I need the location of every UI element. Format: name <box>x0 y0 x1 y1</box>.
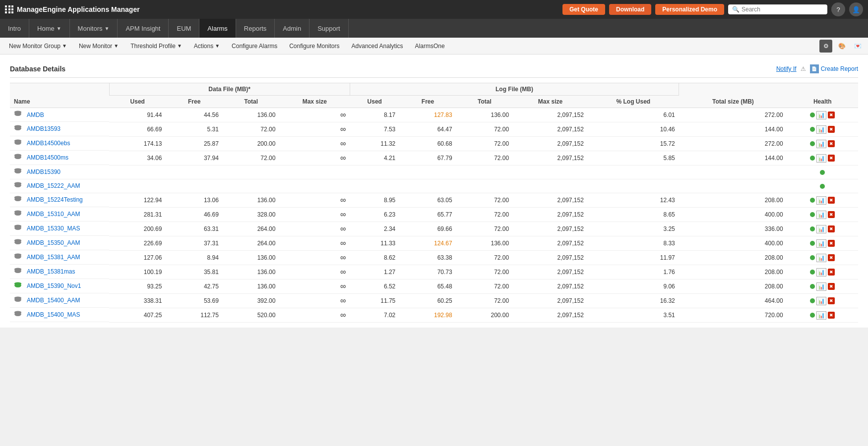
df-max: ∞ <box>279 236 350 251</box>
chart-icon[interactable]: 📊 <box>816 211 826 219</box>
lf-pct: 10.46 <box>588 122 679 137</box>
sub-nav-new-monitor-group[interactable]: New Monitor Group ▼ <box>4 41 72 52</box>
search-input[interactable] <box>742 6 823 13</box>
delete-icon[interactable]: ✖ <box>828 240 835 247</box>
df-free: 44.56 <box>166 108 222 122</box>
chart-icon[interactable]: 📊 <box>816 297 826 305</box>
nav-item-home[interactable]: Home ▼ <box>29 19 70 38</box>
download-button[interactable]: Download <box>609 4 651 15</box>
delete-icon[interactable]: ✖ <box>828 225 835 232</box>
nav-item-intro[interactable]: Intro <box>0 19 29 38</box>
delete-icon[interactable]: ✖ <box>828 269 835 276</box>
delete-icon[interactable]: ✖ <box>828 297 835 304</box>
lf-free: 63.38 <box>399 251 456 265</box>
db-name[interactable]: AMDB_15222_AAM <box>27 182 80 189</box>
delete-icon[interactable]: ✖ <box>828 112 835 118</box>
db-icon <box>14 111 22 119</box>
chart-icon[interactable]: 📊 <box>816 311 826 320</box>
db-name[interactable]: AMDB_15381_AAM <box>27 254 80 261</box>
delete-icon[interactable]: ✖ <box>828 211 835 218</box>
top-bar: ManageEngine Applications Manager Get Qu… <box>0 0 868 19</box>
top-bar-left: ManageEngine Applications Manager <box>5 5 140 13</box>
db-name[interactable]: AMDB_15224Testing <box>27 196 83 203</box>
create-report-button[interactable]: 📄 Create Report <box>810 64 858 73</box>
sub-nav-configure-alarms[interactable]: Configure Alarms <box>227 41 282 52</box>
db-name[interactable]: AMDB_15330_MAS <box>27 225 80 232</box>
df-used: 174.13 <box>109 137 166 151</box>
db-name[interactable]: AMDB_15400_MAS <box>27 311 80 318</box>
nav-item-apm-insight[interactable]: APM Insight <box>118 19 169 38</box>
delete-icon[interactable]: ✖ <box>828 155 835 162</box>
chart-icon[interactable]: 📊 <box>816 239 826 248</box>
chart-icon[interactable]: 📊 <box>816 282 826 291</box>
nav-item-alarms[interactable]: Alarms <box>199 19 236 38</box>
sub-nav-new-monitor[interactable]: New Monitor ▼ <box>74 41 124 52</box>
chart-icon[interactable]: 📊 <box>816 140 826 148</box>
db-name[interactable]: AMDB15390 <box>27 168 61 175</box>
sub-nav-threshold-profile[interactable]: Threshold Profile ▼ <box>125 41 187 52</box>
app-logo-text: ManageEngine Applications Manager <box>17 5 140 13</box>
nav-item-admin[interactable]: Admin <box>275 19 310 38</box>
db-name[interactable]: AMDB14500ms <box>27 154 68 161</box>
delete-icon[interactable]: ✖ <box>828 126 835 133</box>
lf-pct: 3.25 <box>588 222 679 236</box>
df-max: ∞ <box>279 208 350 222</box>
delete-icon[interactable]: ✖ <box>828 254 835 261</box>
delete-icon[interactable]: ✖ <box>828 140 835 147</box>
df-total <box>223 179 279 193</box>
df-total: 264.00 <box>223 236 279 251</box>
db-name[interactable]: AMDB14500ebs <box>27 140 70 147</box>
health-green-dot <box>810 255 815 260</box>
lf-max: 2,097,152 <box>513 251 588 265</box>
settings-gear-icon[interactable]: ⚙ <box>819 40 832 53</box>
lf-max: 2,097,152 <box>513 122 588 137</box>
help-icon[interactable]: ? <box>831 2 845 16</box>
notify-if-link[interactable]: Notify If <box>776 65 797 72</box>
sub-nav-configure-monitors[interactable]: Configure Monitors <box>284 41 344 52</box>
lf-total: 72.00 <box>456 265 513 279</box>
df-max-header: Max size <box>279 96 350 108</box>
delete-icon[interactable]: ✖ <box>828 283 835 290</box>
get-quote-button[interactable]: Get Quote <box>562 4 605 15</box>
personalized-demo-button[interactable]: Personalized Demo <box>655 4 724 15</box>
sub-nav-actions[interactable]: Actions ▼ <box>189 41 225 52</box>
db-name[interactable]: AMDB_15390_Nov1 <box>27 282 81 289</box>
notify-if-icon[interactable]: ⚠ <box>801 65 806 72</box>
chevron-down-icon: ▼ <box>62 43 67 49</box>
mail-icon[interactable]: 💌 <box>851 40 864 53</box>
df-total: 200.00 <box>223 137 279 151</box>
lf-total: 72.00 <box>456 151 513 166</box>
db-name[interactable]: AMDB_15310_AAM <box>27 211 80 218</box>
nav-item-eum[interactable]: EUM <box>169 19 199 38</box>
chevron-down-icon: ▼ <box>114 43 119 49</box>
sub-nav: New Monitor Group ▼ New Monitor ▼ Thresh… <box>0 38 868 55</box>
db-name[interactable]: AMDB_15400_AAM <box>27 297 80 304</box>
db-name[interactable]: AMDB <box>27 112 44 118</box>
user-icon[interactable]: 👤 <box>849 2 863 16</box>
nav-item-reports[interactable]: Reports <box>236 19 275 38</box>
paint-icon[interactable]: 🎨 <box>835 40 848 53</box>
df-free: 35.81 <box>166 265 222 279</box>
db-name[interactable]: AMDB13593 <box>27 125 61 132</box>
sub-nav-advanced-analytics[interactable]: Advanced Analytics <box>347 41 408 52</box>
chart-icon[interactable]: 📊 <box>816 154 826 163</box>
nav-item-support[interactable]: Support <box>310 19 349 38</box>
delete-icon[interactable]: ✖ <box>828 312 835 319</box>
chart-icon[interactable]: 📊 <box>816 125 826 134</box>
lf-total: 72.00 <box>456 122 513 137</box>
nav-item-monitors[interactable]: Monitors ▼ <box>70 19 118 38</box>
db-name[interactable]: AMDB_15381mas <box>27 268 75 275</box>
chart-icon[interactable]: 📊 <box>816 254 826 262</box>
delete-icon[interactable]: ✖ <box>828 197 835 204</box>
chart-icon[interactable]: 📊 <box>816 196 826 205</box>
lf-max-header: Max size <box>513 96 588 108</box>
lf-used: 11.33 <box>350 236 399 251</box>
lf-pct <box>588 166 679 179</box>
chart-icon[interactable]: 📊 <box>816 268 826 277</box>
chart-icon[interactable]: 📊 <box>816 225 826 233</box>
df-used: 281.31 <box>109 208 166 222</box>
lf-used: 11.75 <box>350 294 399 308</box>
chart-icon[interactable]: 📊 <box>816 111 826 119</box>
db-name[interactable]: AMDB_15350_AAM <box>27 239 80 246</box>
sub-nav-alarms-one[interactable]: AlarmsOne <box>410 41 450 52</box>
